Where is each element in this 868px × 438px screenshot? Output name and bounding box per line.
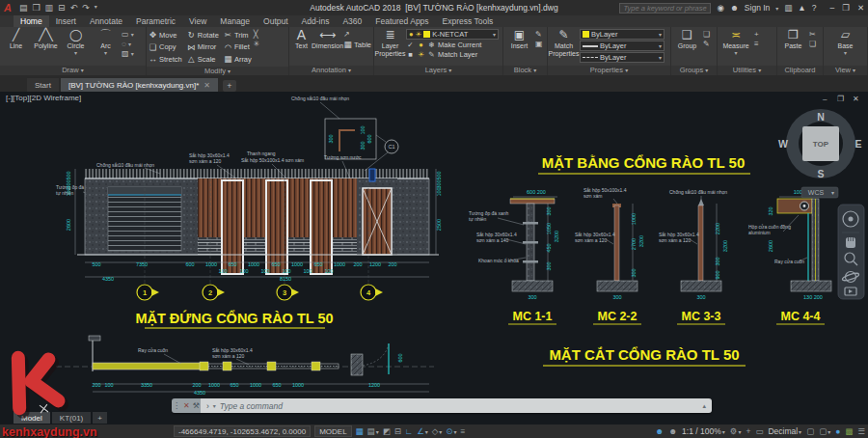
rectangle-tool[interactable]: ▭ ▾ [122, 30, 134, 39]
snap-mode-icon[interactable]: ▤▾ [367, 426, 379, 436]
command-input[interactable]: Type a command [220, 401, 283, 411]
app-store-cart-icon[interactable]: ▥ [784, 3, 792, 13]
dynamic-input-icon[interactable]: ⊟ [394, 426, 401, 436]
explode-tool[interactable]: ✳ [254, 40, 260, 48]
vp-restore-icon[interactable]: ❐ [837, 95, 844, 103]
viewcube[interactable]: N S W E TOP WCS ▾ [778, 109, 861, 198]
viewcube-north[interactable]: N [817, 111, 825, 123]
layer-sun2-icon[interactable]: ☀ [417, 50, 425, 59]
isolate-objects-icon[interactable]: ▢▾ [819, 426, 830, 436]
panel-caption-groups[interactable]: Groups ▾ [671, 66, 717, 75]
new-file-icon[interactable]: ▤ [19, 3, 28, 13]
hatch-tool[interactable]: ▨ ▾ [122, 49, 134, 58]
lineweight-dropdown[interactable]: ByLayer▾ [580, 41, 665, 51]
copy-clip-tool[interactable]: ❏ [809, 40, 816, 48]
new-tab-button[interactable]: + [223, 80, 236, 92]
wcs-label[interactable]: WCS [808, 189, 825, 196]
arc-tool[interactable]: ⌒Arc▾ [92, 28, 120, 57]
layer-caret-icon[interactable]: ▾ [493, 31, 496, 38]
base-view-tool[interactable]: ▱Base▾ [831, 28, 859, 57]
ortho-mode-icon[interactable]: ∟ [405, 426, 413, 436]
autoscale-icon[interactable]: ☻ [668, 426, 677, 436]
match-properties-tool[interactable]: ✎MatchProperties [550, 28, 578, 57]
command-line[interactable]: ⋮ ✕ ⚒ › ▾ Type a command ▴ [172, 398, 712, 413]
isodraft-icon[interactable]: ◇▾ [432, 426, 443, 436]
circle-caret-icon[interactable]: ▾ [74, 50, 77, 58]
close-button[interactable]: ✕ [857, 3, 864, 13]
match-layer-button[interactable]: Match Layer [438, 50, 477, 59]
customization-menu-icon[interactable]: ☰ [857, 426, 865, 436]
wrench-icon[interactable]: ⚒ [193, 401, 200, 410]
help-search-input[interactable] [619, 3, 711, 14]
tab-view[interactable]: View [182, 15, 213, 27]
tab-featured-apps[interactable]: Featured Apps [368, 15, 435, 27]
polar-tracking-icon[interactable]: ∠▾ [417, 426, 428, 436]
sign-in-button[interactable]: Sign In [745, 3, 770, 13]
group-edit-tool[interactable]: ✎ [703, 40, 710, 48]
copy-tool[interactable]: ❏Copy [149, 41, 182, 54]
viewcube-south[interactable]: S [817, 168, 824, 179]
viewport-controls[interactable]: [-][Top][2D Wireframe] [6, 94, 81, 102]
group-tool[interactable]: ❑Group [673, 28, 701, 50]
panel-caption-clipboard[interactable]: Clipboard [777, 66, 823, 75]
panel-caption-utilities[interactable]: Utilities ▾ [718, 66, 776, 75]
paste-tool[interactable]: ❐Paste [779, 28, 807, 50]
cut-tool[interactable]: ✂ [809, 30, 816, 39]
leader-tool[interactable]: ↗ [343, 30, 371, 39]
save-icon[interactable]: ▥ [45, 3, 54, 13]
insert-block-tool[interactable]: ▣Insert [505, 28, 533, 50]
panel-caption-draw[interactable]: Draw ▾ [0, 66, 146, 75]
rotate-tool[interactable]: ↻Rotate [187, 29, 219, 41]
drawing-canvas[interactable]: [-][Top][2D Wireframe] [0, 92, 868, 424]
erase-tool[interactable]: ╳ [254, 30, 260, 39]
layer-thaw-sun-icon[interactable]: ☀ [416, 30, 422, 39]
fillet-tool[interactable]: ◠Fillet [224, 41, 252, 54]
polyline-tool[interactable]: ╱╲Polyline [32, 28, 60, 50]
minimize-button[interactable]: – [830, 3, 835, 13]
workspace-switching-icon[interactable]: ⚙▾ [730, 426, 742, 436]
redo-icon[interactable]: ↷ [82, 3, 90, 13]
text-tool[interactable]: AText [291, 28, 312, 50]
mirror-tool[interactable]: ⋈Mirror [187, 41, 219, 54]
file-tab-document[interactable]: [BV] TƯỜNG RÀO [kenhxaydung.vn]* ✕ [61, 78, 218, 92]
wcs-caret-icon[interactable]: ▾ [831, 190, 834, 196]
dimension-tool[interactable]: ⟷Dimension [313, 28, 341, 50]
tab-express-tools[interactable]: Express Tools [436, 15, 501, 27]
quick-properties-icon[interactable]: ▢ [806, 426, 814, 436]
arc-caret-icon[interactable]: ▾ [104, 50, 107, 58]
panel-caption-layers[interactable]: Layers ▾ [374, 66, 502, 75]
vp-close-icon[interactable]: ✕ [853, 95, 859, 103]
tab-output[interactable]: Output [257, 15, 295, 27]
qat-customize-caret-icon[interactable]: ▾ [95, 3, 97, 13]
layer-color-swatch[interactable] [423, 31, 430, 38]
coordinates-display[interactable]: -466649.4719, -102653.4672, 0.0000 [174, 425, 311, 437]
quick-calc-tool[interactable]: ≡ [754, 40, 759, 48]
object-color-dropdown[interactable]: ByLayer▾ [580, 29, 665, 40]
panel-caption-block[interactable]: Block ▾ [503, 66, 547, 75]
command-recent-caret-icon[interactable]: ▾ [213, 402, 216, 409]
panel-caption-annotation[interactable]: Annotation ▾ [289, 66, 373, 75]
stretch-tool[interactable]: ↔Stretch [149, 53, 182, 66]
undo-icon[interactable]: ↶ [70, 3, 78, 13]
layer-lock-icon[interactable]: ■ [406, 50, 415, 59]
command-close-icon[interactable]: ✕ [183, 401, 190, 410]
layer-bulb2-icon[interactable]: ● [417, 41, 425, 49]
layer-on-bulb-icon[interactable]: ● [409, 30, 414, 39]
circle-tool[interactable]: ◯Circle▾ [62, 28, 90, 57]
block-edit-tool[interactable]: ✎ [535, 30, 543, 39]
a360-icon[interactable]: ▲ [798, 3, 805, 13]
array-tool[interactable]: ▦Array [224, 53, 252, 66]
search-icon[interactable]: ◉ [717, 3, 723, 13]
move-tool[interactable]: ✥Move [149, 29, 182, 41]
grid-display-icon[interactable]: ▦ [356, 426, 364, 436]
help-icon[interactable]: ? [812, 3, 817, 13]
clean-screen-icon[interactable]: ▩ [845, 426, 853, 436]
lineweight-display-icon[interactable]: ≡ [460, 426, 465, 436]
panel-caption-view[interactable]: View ▾ [824, 66, 867, 75]
panel-caption-properties[interactable]: Properties ▾ [548, 66, 670, 75]
layer-freeze-icon[interactable]: ❄ [427, 41, 436, 49]
annotation-monitor-icon[interactable]: + [746, 426, 750, 436]
id-point-tool[interactable]: + [754, 30, 759, 39]
units-button[interactable]: Decimal▾ [768, 426, 801, 436]
command-line-grip[interactable]: ⋮ ✕ ⚒ [172, 398, 201, 413]
